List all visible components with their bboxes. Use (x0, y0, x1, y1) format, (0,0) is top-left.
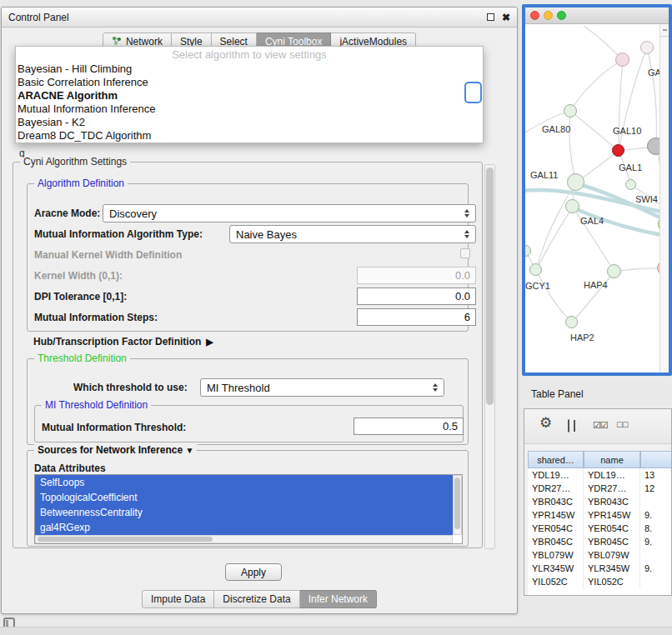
mi-threshold-field[interactable]: 0.5 (354, 418, 464, 435)
kernel-width-field[interactable]: 0.0 (357, 267, 476, 284)
panel-title: Control Panel (8, 12, 69, 23)
node-hap2[interactable] (565, 316, 578, 328)
cell-value: 8. (640, 522, 671, 535)
cell-shared-name: YLR345W (528, 562, 584, 575)
tab-discretize-data[interactable]: Discretize Data (214, 590, 299, 608)
table-row[interactable]: YBR045C YBR045C 9. (528, 535, 671, 548)
network-canvas[interactable]: GAL8 GAL80 GAL10 GAL11 GAL1 SWI4 GAL4 GC… (525, 24, 669, 372)
collapse-down-icon: ▼ (185, 446, 193, 455)
node-gal11[interactable] (567, 173, 584, 191)
attribute-item-selected[interactable]: SelfLoops (35, 475, 453, 490)
cell-value: 12 (640, 482, 671, 495)
list-vertical-scrollbar[interactable] (453, 475, 462, 535)
algorithm-option[interactable]: Mutual Information Inference (16, 102, 483, 116)
table-row[interactable]: YDR27… YDR27… 12 (528, 482, 671, 495)
mi-steps-field[interactable]: 6 (357, 308, 476, 326)
node-label: HAP2 (570, 332, 594, 342)
minimize-traffic-light[interactable] (544, 11, 553, 20)
sources-toggle[interactable]: Sources for Network Inference ▼ (34, 444, 197, 456)
field-value: 6 (464, 311, 470, 323)
table-row[interactable]: YBL079W YBL079W (528, 548, 671, 562)
table-row[interactable]: YER054C YER054C 8. (528, 522, 671, 535)
cell-name: YDR27… (584, 482, 640, 495)
table-row[interactable]: YLR345W YLR345W 9. (528, 562, 671, 575)
field-value: 0.5 (443, 420, 458, 432)
node-gal80[interactable] (564, 104, 577, 118)
cell-shared-name: YDL19… (528, 468, 584, 482)
selected-value: Discovery (109, 208, 157, 220)
node-label: GAL1 (619, 162, 642, 172)
apply-button[interactable]: Apply (225, 563, 282, 581)
network-window-titlebar[interactable] (525, 8, 669, 24)
algorithm-option[interactable]: Basic Correlation Inference (16, 76, 483, 89)
manual-kernel-checkbox[interactable] (460, 248, 470, 258)
attribute-item-selected[interactable]: BetweennessCentrality (35, 505, 453, 520)
node-gal4[interactable] (565, 199, 579, 213)
node-label: GAL80 (542, 124, 570, 134)
zoom-traffic-light[interactable] (557, 11, 566, 20)
select-all-icon[interactable]: ☑☑ (593, 420, 608, 431)
column-header-shared-name[interactable]: shared… (528, 451, 584, 468)
mi-algorithm-type-select[interactable]: Naive Bayes (229, 225, 476, 243)
sources-label: Sources for Network Inference (38, 444, 183, 456)
gear-icon[interactable]: ⚙ (539, 415, 552, 432)
cell-value (640, 548, 671, 562)
node-label: SWI4 (635, 194, 658, 204)
tab-label: Impute Data (151, 593, 205, 605)
columns-icon[interactable] (568, 420, 569, 432)
algorithm-option[interactable]: Dream8 DC_TDC Algorithm (16, 129, 483, 142)
attribute-item-selected[interactable]: TopologicalCoefficient (35, 490, 453, 505)
table-toolbar: ⚙ ☑☑ ☐☐ (524, 409, 671, 444)
which-threshold-label: Which threshold to use: (73, 382, 188, 393)
algorithm-option[interactable]: Bayesian - Hill Climbing (16, 62, 483, 76)
table-row[interactable]: YDL19… YDL19… 13 (528, 468, 671, 482)
cell-name: YIL052C (584, 575, 640, 588)
node-gal1[interactable] (625, 179, 636, 190)
cell-value: 9. (640, 508, 671, 522)
scrollbar-cap (660, 24, 669, 37)
cell-value (640, 495, 671, 508)
clipped-label: g (19, 148, 25, 158)
node-gcy1[interactable] (529, 263, 542, 276)
settings-scrollbar[interactable] (484, 164, 495, 549)
focused-help-button[interactable] (464, 82, 482, 103)
column-header-clipped[interactable] (640, 451, 672, 468)
threshold-definition-group: Threshold Definition Which threshold to … (27, 358, 469, 445)
close-icon[interactable]: ✖ (502, 13, 510, 22)
node-gal10-highlighted[interactable] (612, 144, 624, 157)
kernel-width-label: Kernel Width (0,1): (34, 270, 123, 282)
algorithm-option-selected[interactable]: ARACNE Algorithm (16, 89, 483, 102)
algorithm-dropdown-popup: Select algorithm to view settings Bayesi… (15, 46, 484, 143)
algorithm-option[interactable]: Bayesian - K2 (16, 116, 483, 129)
aracne-mode-select[interactable]: Discovery (103, 204, 476, 222)
selected-value: Naive Bayes (236, 228, 297, 241)
table-row[interactable]: YIL052C YIL052C (528, 575, 671, 588)
hub-section-toggle[interactable]: Hub/Transcription Factor Definition▶ (33, 336, 213, 348)
table-row[interactable]: YBR043C YBR043C (528, 495, 671, 508)
cell-shared-name: YDR27… (528, 482, 584, 495)
cell-name: YPR145W (584, 508, 640, 522)
attribute-item-selected[interactable]: gal4RGexp (35, 520, 453, 535)
which-threshold-select[interactable]: MI Threshold (200, 378, 444, 397)
column-header-name[interactable]: name (584, 451, 640, 468)
cell-value: 13 (640, 468, 671, 482)
float-window-icon[interactable] (487, 13, 494, 21)
cell-value: 9. (640, 535, 671, 548)
combo-arrows-icon (428, 383, 438, 392)
tab-impute-data[interactable]: Impute Data (142, 590, 214, 608)
table-row[interactable]: YPR145W YPR145W 9. (528, 508, 671, 522)
node-label: HAP4 (584, 280, 608, 290)
selected-value: MI Threshold (207, 382, 270, 394)
mi-threshold-label: Mutual Information Threshold: (42, 422, 186, 433)
apply-label: Apply (241, 567, 266, 578)
sources-group: Sources for Network Inference ▼ Data Att… (27, 450, 469, 547)
node-hap4[interactable] (607, 264, 621, 278)
tab-infer-network[interactable]: Infer Network (300, 590, 377, 608)
node-unlabeled[interactable] (615, 52, 629, 67)
list-horizontal-scrollbar[interactable] (35, 535, 453, 543)
network-vertical-scrollbar[interactable] (659, 24, 669, 372)
node-gal8[interactable] (640, 41, 654, 54)
dpi-tolerance-field[interactable]: 0.0 (357, 288, 476, 305)
close-traffic-light[interactable] (530, 11, 539, 20)
deselect-all-icon[interactable]: ☐☐ (616, 421, 628, 429)
